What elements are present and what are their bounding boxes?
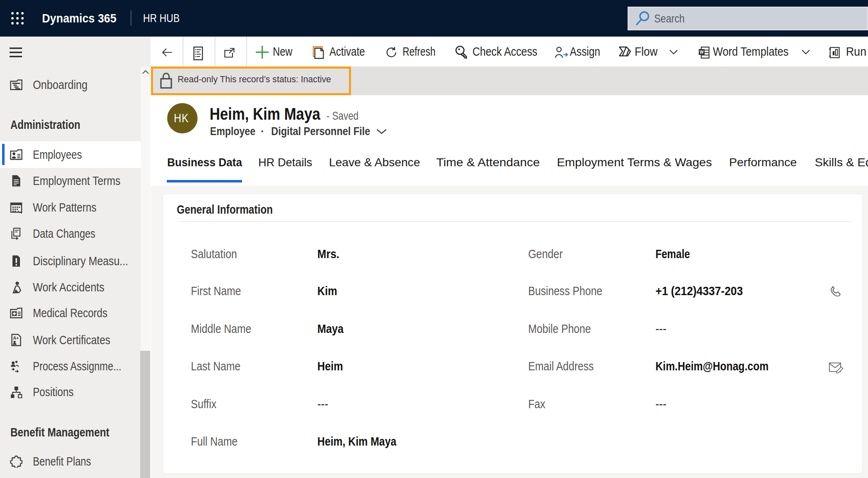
svg-text:A+: A+ bbox=[13, 335, 19, 340]
svg-text:W: W bbox=[700, 50, 704, 54]
